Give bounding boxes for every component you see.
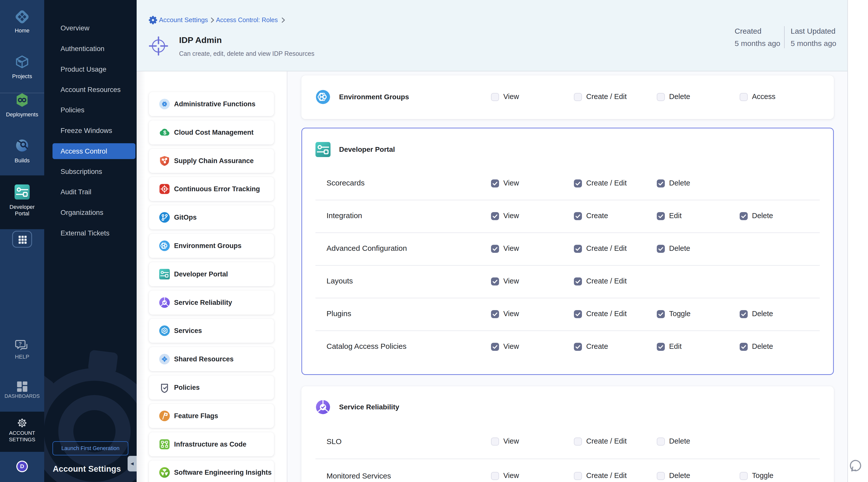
svg-text:?: ? [19, 341, 22, 347]
svg-text:$: $ [163, 129, 166, 136]
